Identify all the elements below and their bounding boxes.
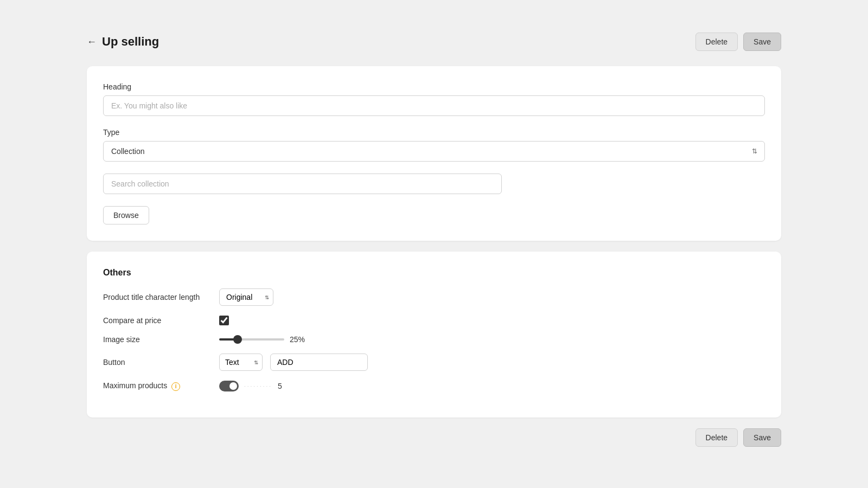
type-select-wrapper: Collection Product Tag ⇅ [103,141,765,162]
page-header: ← Up selling Delete Save [87,33,781,51]
button-type-wrapper: Text Icon Both ⇅ [219,354,263,371]
footer-actions: Delete Save [87,428,781,447]
heading-label: Heading [103,82,765,91]
compare-at-price-row: Compare at price [103,316,765,325]
delete-button-bottom[interactable]: Delete [695,428,738,447]
maximum-products-toggle[interactable] [219,381,239,391]
heading-input[interactable] [103,95,765,116]
image-size-slider[interactable] [219,338,284,341]
type-group: Type Collection Product Tag ⇅ [103,128,765,162]
maximum-products-label: Maximum products i [103,381,212,391]
others-title: Others [103,268,765,278]
product-title-row: Product title character length Original … [103,288,765,306]
maximum-products-toggle-container: ········· 5 [219,381,297,391]
header-actions: Delete Save [695,33,781,51]
button-text-input[interactable] [270,354,368,371]
product-title-label: Product title character length [103,293,212,301]
save-button-top[interactable]: Save [743,33,781,51]
image-size-value: 25% [290,335,309,344]
maximum-products-value: 5 [278,382,297,390]
maximum-products-row: Maximum products i ········· 5 [103,381,765,391]
compare-at-price-label: Compare at price [103,316,212,325]
button-row: Button Text Icon Both ⇅ [103,354,765,371]
maximum-products-dots: ········· [244,383,272,389]
compare-at-price-checkbox[interactable] [219,316,229,325]
main-card: Heading Type Collection Product Tag ⇅ Br… [87,66,781,241]
search-group [103,174,765,194]
browse-button[interactable]: Browse [103,206,149,224]
image-size-slider-container: 25% [219,335,309,344]
image-size-row: Image size 25% [103,335,765,344]
button-type-select[interactable]: Text Icon Both [219,354,263,371]
button-label: Button [103,358,212,367]
search-collection-input[interactable] [103,174,502,194]
type-select[interactable]: Collection Product Tag [103,141,765,162]
delete-button-top[interactable]: Delete [695,33,738,51]
maximum-products-info-icon[interactable]: i [171,382,180,391]
page-title: Up selling [102,35,159,49]
image-size-label: Image size [103,335,212,344]
others-card: Others Product title character length Or… [87,252,781,418]
heading-group: Heading [103,82,765,116]
type-label: Type [103,128,765,137]
back-button[interactable]: ← [87,36,97,48]
product-title-select[interactable]: Original Short Medium Long [219,288,273,306]
product-title-select-wrapper: Original Short Medium Long ⇅ [219,288,273,306]
save-button-bottom[interactable]: Save [743,428,781,447]
